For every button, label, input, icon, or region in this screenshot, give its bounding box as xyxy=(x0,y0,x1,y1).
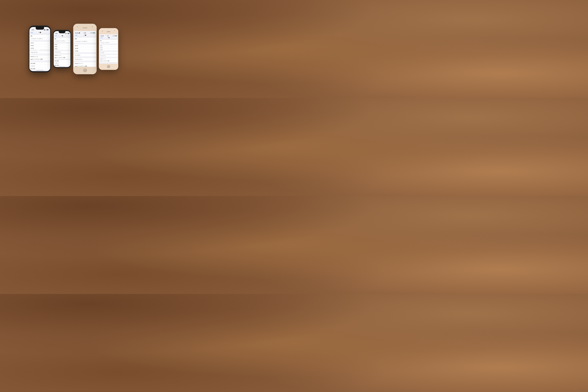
settings-item-keyboard[interactable]: キーボード › xyxy=(54,62,70,64)
carrier-signal: docomo xyxy=(75,32,80,34)
settings-section-airdrop: AirDrop › Handoff › CarPlay › xyxy=(74,44,96,52)
battery-icon xyxy=(68,33,69,34)
settings-item-background[interactable]: Appのバックグラウンド更新 › xyxy=(74,65,96,67)
settings-item-background[interactable]: Appのバックグラウンド更新 › xyxy=(54,57,70,59)
back-arrow-icon: ‹ xyxy=(30,32,31,33)
wifi-icon: ▲ xyxy=(112,36,113,36)
settings-section-accessibility: アクセシビリティ › xyxy=(100,55,118,57)
settings-item-datetime[interactable]: 日付と時刻 › xyxy=(54,60,70,62)
back-button[interactable]: ‹ 設定 xyxy=(75,35,77,36)
home-button[interactable] xyxy=(107,65,110,68)
settings-item-background[interactable]: Appのバックグラウンド更新 › xyxy=(100,60,118,62)
settings-item-accessibility[interactable]: アクセシビリティ › xyxy=(74,58,96,61)
status-time: 11:54 xyxy=(107,36,109,36)
settings-item-airdrop[interactable]: AirDrop › xyxy=(54,43,70,46)
status-time: 11:54 xyxy=(84,32,86,34)
settings-item-storage[interactable]: iPhoneストレージ › xyxy=(54,54,70,57)
settings-section-homebutton: ホームボタン › xyxy=(74,54,96,56)
status-bar: Simple 11:54 ▲ 87% xyxy=(100,34,118,37)
speaker-dot xyxy=(102,31,103,32)
back-arrow-icon: ‹ xyxy=(75,35,75,36)
settings-item-carplay[interactable]: CarPlay › xyxy=(30,47,50,50)
phone-bottom xyxy=(74,67,96,74)
nav-bar: ‹ 設定 一般 xyxy=(100,37,118,39)
back-button[interactable]: ‹ 設定 xyxy=(30,32,33,33)
settings-item-airdrop[interactable]: AirDrop › xyxy=(100,45,118,47)
wifi-icon: ▲ xyxy=(90,32,91,34)
settings-section-info: 情報 › ソフトウェア・アップデート › xyxy=(54,38,70,42)
settings-section-homebutton: ホームボタン › xyxy=(100,52,118,54)
settings-list: 情報 › ソフトウェア・アップデート › AirDrop › Hand xyxy=(54,37,70,66)
back-button[interactable]: ‹ 設定 xyxy=(54,35,57,36)
settings-item-homebutton[interactable]: ホームボタン › xyxy=(100,52,118,54)
settings-section-airdrop: AirDrop › Handoff › CarPlay › xyxy=(30,42,50,50)
settings-item-software[interactable]: ソフトウェア・アップデート › xyxy=(30,38,50,40)
settings-section-datetime: 日付と時刻 › キーボード › 言語と地域 › 辞書 › xyxy=(54,60,70,66)
wifi-icon: ▲ xyxy=(67,33,67,34)
screen-wrapper: Simple 11:54 ▲ 87% xyxy=(100,34,118,64)
signal-icon xyxy=(44,29,45,30)
settings-item-carplay[interactable]: CarPlay › xyxy=(74,50,96,52)
settings-item-airdrop[interactable]: AirDrop › xyxy=(74,44,96,47)
settings-list: 情報 › ソフトウェア・アップデート › AirDrop › xyxy=(100,39,118,63)
settings-item-software[interactable]: ソフトウェア・アップデート › xyxy=(100,42,118,44)
battery-percent: 77% xyxy=(91,32,92,34)
settings-item-info[interactable]: 情報 › xyxy=(30,35,50,38)
settings-item-info[interactable]: 情報 › xyxy=(74,38,96,40)
settings-section-info: 情報 › ソフトウェア・アップデート › xyxy=(30,35,50,40)
iphone-xs-screen: 11:54 ▲ ‹ 設定 xyxy=(54,31,70,67)
main-scene: 11:54 ▲ ‹ 設定 xyxy=(0,0,147,98)
iphone-xs-small: 11:54 ▲ ‹ 設定 xyxy=(53,30,71,68)
iphone-x-large-screen: 11:54 ▲ ‹ 設定 xyxy=(30,27,50,71)
home-indicator xyxy=(36,70,44,70)
back-arrow-icon: ‹ xyxy=(54,35,55,36)
settings-item-storage[interactable]: iPhoneストレージ › xyxy=(30,55,50,58)
settings-item-handoff[interactable]: Handoff › xyxy=(54,46,70,48)
settings-section-storage: iPhoneストレージ › Appのバックグラウンド更新 › xyxy=(54,54,70,59)
settings-section-info: 情報 › ソフトウェア・アップデート › xyxy=(100,40,118,44)
settings-item-info[interactable]: 情報 › xyxy=(100,40,118,42)
signal-icon xyxy=(65,33,66,34)
settings-item-software[interactable]: ソフトウェア・アップデート › xyxy=(54,40,70,42)
settings-item-airdrop[interactable]: AirDrop › xyxy=(30,42,50,44)
status-time: 11:54 xyxy=(55,33,58,34)
nav-bar: ‹ 設定 一般 xyxy=(30,32,50,34)
battery-icon xyxy=(115,36,117,36)
back-button[interactable]: ‹ 設定 xyxy=(100,37,103,38)
page-title: 一般 xyxy=(108,37,110,38)
settings-item-handoff[interactable]: Handoff › xyxy=(30,44,50,47)
home-button[interactable] xyxy=(83,68,87,72)
settings-item-language[interactable]: 言語と地域 › xyxy=(54,64,70,66)
settings-item-software[interactable]: ソフトウェア・アップデート › xyxy=(74,40,96,43)
settings-item-info[interactable]: 情報 › xyxy=(54,38,70,40)
phone-bottom xyxy=(100,64,118,69)
battery-icon xyxy=(46,29,48,30)
settings-section-accessibility: アクセシビリティ › xyxy=(54,51,70,53)
settings-item-background[interactable]: Appのバックグラウンド更新 › xyxy=(30,58,50,61)
settings-item-accessibility[interactable]: アクセシビリティ › xyxy=(30,51,50,54)
settings-item-handoff[interactable]: Handoff › xyxy=(74,47,96,50)
settings-item-language[interactable]: 言語と地域 › xyxy=(30,68,50,70)
settings-item-carplay[interactable]: CarPlay › xyxy=(100,49,118,51)
settings-section-accessibility: アクセシビリティ › xyxy=(30,51,50,54)
settings-item-storage[interactable]: iPhoneストレージ › xyxy=(74,62,96,65)
settings-section-storage: iPhoneストレージ › Appのバックグラウンド更新 › xyxy=(74,62,96,67)
screen-wrapper: docomo 11:54 ▲ 77% xyxy=(74,31,96,67)
settings-item-accessibility[interactable]: アクセシビリティ › xyxy=(100,55,118,57)
iphone-x-large: 11:54 ▲ ‹ 設定 xyxy=(29,26,51,72)
settings-item-datetime[interactable]: 日付と時刻 › xyxy=(30,62,50,65)
settings-item-keyboard[interactable]: キーボード › xyxy=(30,65,50,68)
iphone-8-plus: docomo 11:54 ▲ 77% xyxy=(73,24,97,74)
settings-item-carplay[interactable]: CarPlay › xyxy=(54,48,70,50)
phone-top xyxy=(100,29,118,34)
settings-item-handoff[interactable]: Handoff › xyxy=(100,47,118,49)
home-indicator xyxy=(59,66,65,67)
page-title: 一般 xyxy=(84,34,86,36)
settings-item-homebutton[interactable]: ホームボタン › xyxy=(74,54,96,56)
settings-list: 情報 › ソフトウェア・アップデート › AirDrop › Hand xyxy=(30,34,50,70)
notch xyxy=(36,27,44,30)
settings-item-accessibility[interactable]: アクセシビリティ › xyxy=(54,51,70,53)
settings-item-storage[interactable]: iPhoneストレージ › xyxy=(100,58,118,60)
iphone-8: Simple 11:54 ▲ 87% xyxy=(99,28,118,70)
status-icons: ▲ xyxy=(65,33,69,34)
